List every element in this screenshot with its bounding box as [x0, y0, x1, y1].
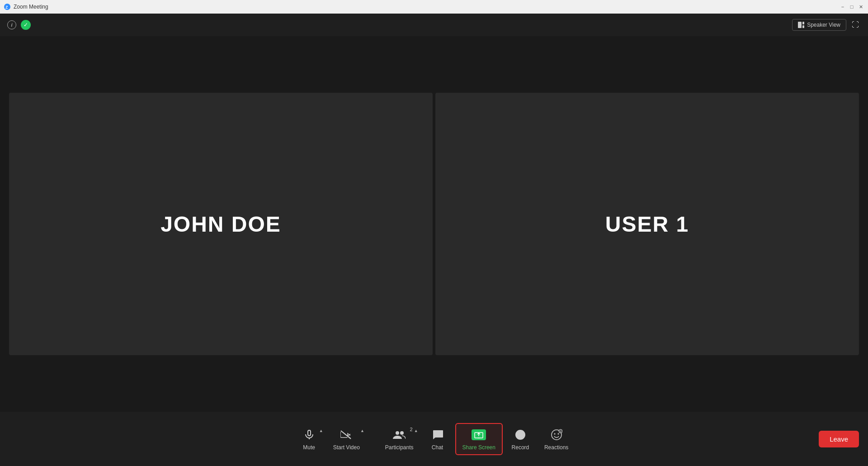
header-left: i ✓ [7, 20, 31, 30]
close-button[interactable]: ✕ [857, 3, 864, 10]
title-bar: Z Zoom Meeting − □ ✕ [0, 0, 868, 14]
participants-chevron: ▲ [414, 428, 418, 433]
svg-point-7 [400, 431, 404, 435]
share-screen-button[interactable]: Share Screen [455, 423, 503, 455]
chat-label: Chat [432, 444, 443, 451]
reactions-label: Reactions [544, 444, 568, 451]
participant-name-john-doe: JOHN DOE [160, 212, 281, 237]
video-tile-user1: USER 1 [435, 93, 859, 355]
video-grid: JOHN DOE USER 1 [0, 36, 868, 412]
participants-icon [392, 428, 406, 442]
svg-point-12 [518, 433, 523, 437]
start-video-button[interactable]: Start Video ▲ [327, 424, 366, 454]
leave-button[interactable]: Leave [819, 431, 859, 447]
svg-rect-2 [798, 22, 802, 28]
zoom-app-icon: Z [4, 3, 11, 10]
video-tile-john-doe: JOHN DOE [9, 93, 433, 355]
toolbar: Mute ▲ Start Video ▲ [293, 423, 575, 455]
title-bar-left: Z Zoom Meeting [4, 3, 48, 10]
toolbar-area: Mute ▲ Start Video ▲ [0, 412, 868, 466]
svg-point-14 [554, 433, 555, 434]
participants-label: Participants [385, 444, 414, 451]
security-shield-icon[interactable]: ✓ [21, 20, 31, 30]
start-video-label: Start Video [333, 444, 360, 451]
window-title: Zoom Meeting [14, 4, 48, 10]
speaker-view-button[interactable]: Speaker View [792, 19, 846, 31]
main-content: JOHN DOE USER 1 [0, 36, 868, 412]
svg-text:+: + [559, 430, 561, 433]
mute-icon [302, 428, 316, 442]
svg-point-15 [557, 433, 559, 434]
video-off-icon [339, 428, 354, 442]
header-right: Speaker View ⛶ [792, 19, 861, 31]
mute-chevron: ▲ [319, 428, 323, 433]
mute-label: Mute [303, 444, 315, 451]
window-controls[interactable]: − □ ✕ [839, 3, 864, 10]
chat-icon [430, 428, 445, 442]
participant-name-user1: USER 1 [605, 212, 689, 237]
chat-button[interactable]: Chat [422, 424, 453, 454]
record-label: Record [512, 444, 529, 451]
fullscreen-button[interactable]: ⛶ [850, 19, 861, 31]
reactions-icon: + [549, 428, 564, 442]
reactions-button[interactable]: + Reactions [538, 424, 575, 454]
speaker-view-label: Speaker View [807, 22, 840, 28]
participants-button[interactable]: 2 Participants ▲ [379, 424, 420, 454]
info-icon[interactable]: i [7, 20, 16, 29]
share-screen-icon [472, 428, 486, 442]
share-screen-label: Share Screen [462, 444, 495, 451]
mute-button[interactable]: Mute ▲ [293, 424, 325, 454]
svg-rect-4 [802, 25, 804, 28]
minimize-button[interactable]: − [839, 3, 846, 10]
participants-count: 2 [410, 427, 412, 432]
svg-text:Z: Z [5, 5, 8, 10]
record-icon [513, 428, 528, 442]
video-chevron: ▲ [360, 428, 364, 433]
svg-point-6 [396, 431, 399, 435]
maximize-button[interactable]: □ [848, 3, 855, 10]
record-button[interactable]: Record [505, 424, 536, 454]
svg-rect-3 [802, 22, 804, 24]
meeting-header: i ✓ Speaker View ⛶ [0, 14, 868, 36]
